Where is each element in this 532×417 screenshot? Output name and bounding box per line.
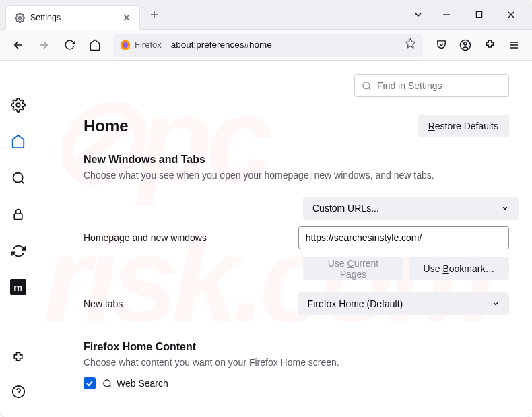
page-title: Home <box>84 117 129 135</box>
svg-rect-9 <box>14 214 22 219</box>
url-bar[interactable]: Firefox about:preferences#home <box>113 34 423 57</box>
use-bookmark-button[interactable]: Use Bookmark… <box>409 257 509 280</box>
extensions-button[interactable] <box>478 34 501 57</box>
sidebar-search[interactable] <box>6 166 30 190</box>
homepage-dropdown[interactable]: Custom URLs... <box>303 197 519 220</box>
chevron-down-icon <box>501 204 509 212</box>
websearch-checkbox[interactable] <box>84 377 96 389</box>
bookmark-star-icon[interactable] <box>405 38 416 52</box>
homepage-label: Homepage and new windows <box>84 232 298 243</box>
sidebar-general[interactable] <box>6 93 30 117</box>
mozilla-icon: m <box>10 279 26 295</box>
svg-point-12 <box>104 379 110 386</box>
section-heading: New Windows and Tabs <box>84 154 509 166</box>
firefox-badge: Firefox <box>120 40 162 51</box>
sidebar-sync[interactable] <box>6 238 30 263</box>
settings-main: Home Restore Defaults New Windows and Ta… <box>36 61 532 417</box>
account-button[interactable] <box>454 34 477 57</box>
tab-title: Settings <box>30 13 115 22</box>
svg-rect-1 <box>476 11 481 17</box>
homepage-url-input[interactable] <box>298 226 509 249</box>
maximize-button[interactable] <box>469 5 489 25</box>
sidebar-home[interactable] <box>6 129 30 154</box>
settings-search[interactable] <box>354 74 509 97</box>
restore-defaults-button[interactable]: Restore Defaults <box>418 115 509 137</box>
section2-heading: Firefox Home Content <box>84 341 509 353</box>
search-icon <box>362 81 372 91</box>
url-text: about:preferences#home <box>171 40 272 50</box>
check-icon <box>86 379 94 387</box>
section2-sub: Choose what content you want on your Fir… <box>84 357 509 368</box>
svg-point-6 <box>464 42 467 45</box>
browser-tab[interactable]: Settings <box>5 5 140 30</box>
sidebar-more-mozilla[interactable]: m <box>6 275 30 299</box>
settings-search-input[interactable] <box>377 80 502 91</box>
svg-point-3 <box>123 42 128 48</box>
close-window-button[interactable] <box>501 5 521 25</box>
home-button[interactable] <box>84 34 106 57</box>
firefox-icon <box>120 40 131 51</box>
svg-point-8 <box>13 172 22 182</box>
forward-button[interactable] <box>32 34 55 57</box>
browser-toolbar: Firefox about:preferences#home <box>0 30 532 61</box>
svg-point-11 <box>363 82 370 88</box>
back-button[interactable] <box>7 34 30 57</box>
settings-sidebar: m <box>0 61 36 417</box>
websearch-label: Web Search <box>102 378 168 389</box>
window-titlebar: Settings <box>0 0 532 30</box>
new-tab-button[interactable] <box>144 5 164 25</box>
svg-marker-4 <box>405 38 415 47</box>
pocket-button[interactable] <box>430 34 453 57</box>
gear-icon <box>14 12 25 23</box>
search-icon <box>102 379 112 389</box>
chevron-down-icon <box>492 300 500 308</box>
minimize-button[interactable] <box>436 5 457 25</box>
reload-button[interactable] <box>58 34 81 57</box>
close-tab-button[interactable] <box>121 11 133 24</box>
sidebar-help[interactable] <box>6 379 30 404</box>
section-sub: Choose what you see when you open your h… <box>84 170 509 181</box>
svg-point-0 <box>18 16 21 19</box>
newtabs-dropdown[interactable]: Firefox Home (Default) <box>298 292 509 315</box>
tabs-dropdown-button[interactable] <box>408 5 428 25</box>
newtabs-label: New tabs <box>84 298 298 309</box>
sidebar-privacy[interactable] <box>6 202 30 226</box>
svg-point-7 <box>16 103 20 107</box>
sidebar-extensions[interactable] <box>6 346 30 370</box>
use-current-pages-button[interactable]: Use Current Pages <box>303 257 403 280</box>
menu-button[interactable] <box>502 34 525 57</box>
